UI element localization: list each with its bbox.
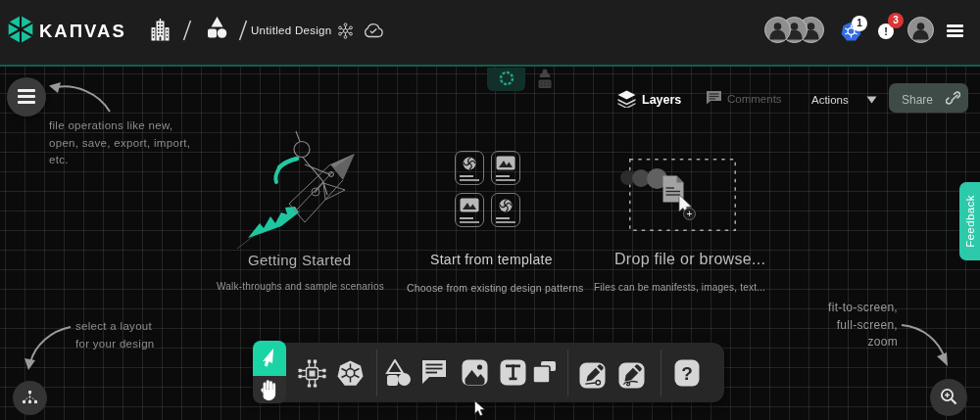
svg-text:?: ? [681,363,693,384]
